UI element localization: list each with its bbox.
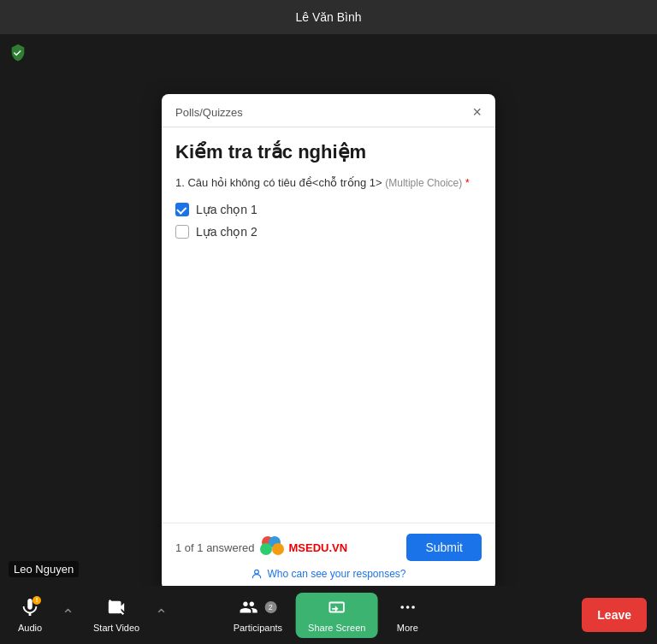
more-label: More bbox=[397, 623, 418, 633]
video-chevron[interactable]: ⌃ bbox=[153, 606, 169, 624]
video-icon bbox=[107, 598, 126, 619]
checkbox-option-2[interactable] bbox=[175, 225, 189, 239]
privacy-icon bbox=[251, 568, 263, 580]
msedu-logo: MSEDU.VN bbox=[260, 536, 348, 558]
shield-badge bbox=[9, 43, 27, 62]
modal-body: Kiểm tra trắc nghiệm 1. Câu hỏi không có… bbox=[162, 127, 495, 523]
submit-button[interactable]: Submit bbox=[406, 534, 482, 561]
option-row-2: Lựa chọn 2 bbox=[175, 225, 482, 239]
svg-point-2 bbox=[400, 606, 404, 609]
audio-warning-dot: ! bbox=[33, 596, 41, 605]
option-row-1: Lựa chọn 1 bbox=[175, 203, 482, 216]
participants-badge: 2 bbox=[264, 601, 276, 613]
start-video-button[interactable]: Start Video bbox=[80, 591, 153, 640]
start-video-label: Start Video bbox=[93, 623, 139, 633]
modal-close-button[interactable]: × bbox=[472, 104, 482, 120]
participants-icon: 2 bbox=[240, 598, 277, 619]
video-area: Leo Nguyen Polls/Quizzes × Kiểm tra trắc… bbox=[0, 34, 657, 586]
leave-button[interactable]: Leave bbox=[582, 598, 647, 632]
question-content: 1. Câu hỏi không có tiêu đề<chỗ trống 1> bbox=[175, 176, 382, 189]
more-icon bbox=[398, 598, 417, 619]
more-button[interactable]: More bbox=[377, 591, 437, 640]
privacy-row: Who can see your responses? bbox=[175, 568, 482, 580]
modal-header-title: Polls/Quizzes bbox=[175, 106, 243, 119]
participant-label: Leo Nguyen bbox=[9, 561, 79, 577]
top-bar: Lê Văn Bình bbox=[0, 0, 657, 34]
option-label-2: Lựa chọn 2 bbox=[196, 225, 257, 239]
modal-header: Polls/Quizzes × bbox=[162, 94, 495, 127]
msedu-circles bbox=[260, 536, 286, 558]
privacy-link[interactable]: Who can see your responses? bbox=[267, 568, 405, 580]
polls-modal: Polls/Quizzes × Kiểm tra trắc nghiệm 1. … bbox=[162, 94, 495, 590]
svg-point-4 bbox=[411, 606, 415, 609]
toolbar-left: ! Audio ⌃ Start Video ⌃ bbox=[0, 591, 169, 640]
modal-footer: 1 of 1 answered MSEDU.VN Submit bbox=[162, 523, 495, 590]
footer-row: 1 of 1 answered MSEDU.VN Submit bbox=[175, 534, 482, 561]
poll-title: Kiểm tra trắc nghiệm bbox=[175, 141, 482, 163]
audio-chevron[interactable]: ⌃ bbox=[60, 606, 76, 624]
participants-label: Participants bbox=[234, 623, 282, 633]
audio-label: Audio bbox=[18, 623, 42, 633]
checkbox-option-1[interactable] bbox=[175, 203, 189, 216]
meeting-title: Lê Văn Bình bbox=[295, 10, 361, 24]
audio-button[interactable]: ! Audio bbox=[0, 591, 60, 640]
audio-icon: ! bbox=[21, 598, 39, 619]
answers-count: 1 of 1 answered MSEDU.VN bbox=[175, 536, 347, 558]
participants-button[interactable]: 2 Participants bbox=[220, 591, 296, 640]
question-type: (Multiple Choice) bbox=[385, 177, 462, 189]
toolbar-right: Leave bbox=[582, 598, 657, 632]
question-text: 1. Câu hỏi không có tiêu đề<chỗ trống 1>… bbox=[175, 175, 482, 191]
svg-point-0 bbox=[255, 570, 259, 574]
share-screen-button[interactable]: Share Screen bbox=[296, 593, 377, 638]
toolbar-center: 2 Participants Share Screen More bbox=[220, 591, 438, 640]
share-screen-icon bbox=[328, 598, 346, 619]
share-screen-label: Share Screen bbox=[308, 623, 365, 633]
question-required: * bbox=[465, 177, 470, 189]
msedu-text: MSEDU.VN bbox=[289, 541, 348, 554]
modal-overlay: Polls/Quizzes × Kiểm tra trắc nghiệm 1. … bbox=[0, 68, 657, 528]
option-label-1: Lựa chọn 1 bbox=[196, 203, 257, 216]
toolbar: ! Audio ⌃ Start Video ⌃ bbox=[0, 586, 657, 644]
svg-point-3 bbox=[406, 606, 410, 609]
